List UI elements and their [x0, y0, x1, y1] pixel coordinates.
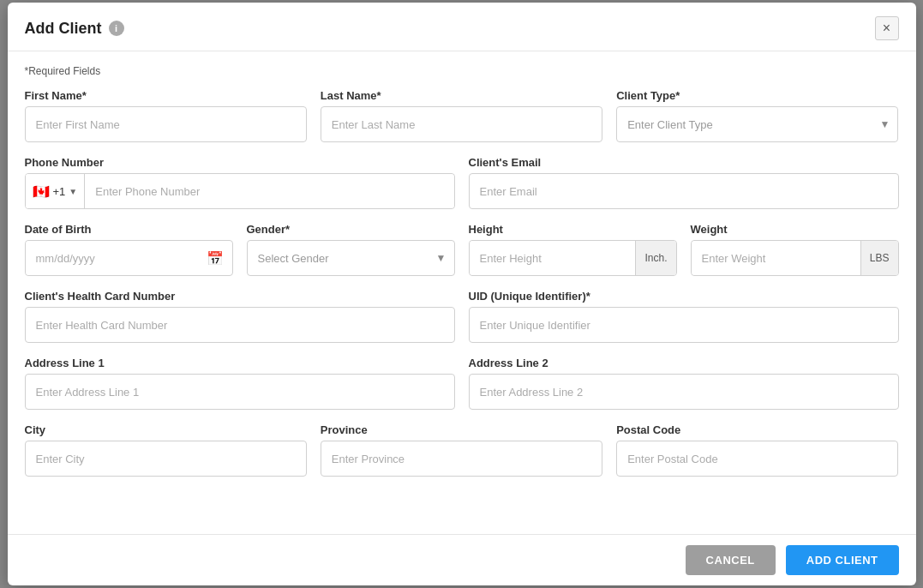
height-group: Height Inch. — [469, 223, 677, 276]
form-row-3: Date of Birth 📅 Gender* Select Gender ▼ — [25, 223, 899, 276]
postal-code-input[interactable] — [616, 441, 898, 477]
client-type-group: Client Type* Enter Client Type ▼ — [616, 89, 898, 142]
form-row-4: Client's Health Card Number UID (Unique … — [25, 290, 899, 343]
email-input[interactable] — [469, 173, 899, 209]
dob-input-group: 📅 — [25, 240, 233, 276]
city-group: City — [25, 423, 307, 477]
last-name-input[interactable] — [321, 106, 602, 142]
client-type-select[interactable]: Enter Client Type — [616, 106, 898, 142]
address2-input[interactable] — [469, 374, 899, 410]
phone-country-code: +1 — [53, 185, 66, 198]
postal-code-group: Postal Code — [616, 423, 898, 477]
dob-group: Date of Birth 📅 — [25, 223, 233, 276]
postal-code-label: Postal Code — [616, 423, 898, 436]
phone-label: Phone Number — [25, 156, 455, 169]
weight-input-group: LBS — [691, 240, 899, 276]
province-input[interactable] — [321, 441, 602, 477]
modal-body: *Required Fields First Name* Last Name* … — [8, 51, 916, 534]
canada-flag-icon: 🇨🇦 — [33, 183, 50, 200]
address1-input[interactable] — [25, 374, 455, 410]
first-name-input[interactable] — [25, 106, 307, 142]
add-client-modal: Add Client i × *Required Fields First Na… — [8, 3, 916, 585]
address1-group: Address Line 1 — [25, 357, 455, 410]
close-button[interactable]: × — [875, 16, 899, 40]
form-row-1: First Name* Last Name* Client Type* Ente… — [25, 89, 899, 142]
gender-select[interactable]: Select Gender — [247, 240, 455, 276]
modal-overlay: Add Client i × *Required Fields First Na… — [0, 0, 923, 588]
first-name-group: First Name* — [25, 89, 307, 142]
weight-group: Weight LBS — [691, 223, 899, 276]
phone-group: Phone Number 🇨🇦 +1 ▼ — [25, 156, 455, 209]
dob-input[interactable] — [26, 241, 198, 275]
phone-input[interactable] — [85, 174, 453, 208]
height-label: Height — [469, 223, 677, 236]
email-group: Client's Email — [469, 156, 899, 209]
uid-label: UID (Unique Identifier)* — [469, 290, 899, 303]
gender-select-wrapper: Select Gender ▼ — [247, 240, 455, 276]
modal-title-text: Add Client — [25, 20, 102, 38]
address2-label: Address Line 2 — [469, 357, 899, 369]
phone-dropdown-arrow-icon: ▼ — [69, 187, 77, 196]
email-label: Client's Email — [469, 156, 899, 169]
uid-input[interactable] — [469, 307, 899, 343]
height-unit-label: Inch. — [635, 241, 675, 275]
address2-group: Address Line 2 — [469, 357, 899, 410]
add-client-button[interactable]: ADD CLIENT — [786, 545, 899, 575]
modal-footer: CANCEL ADD CLIENT — [8, 534, 916, 585]
info-icon[interactable]: i — [109, 21, 124, 36]
client-type-label: Client Type* — [616, 89, 898, 102]
city-input[interactable] — [25, 441, 307, 477]
province-label: Province — [321, 423, 602, 436]
address1-label: Address Line 1 — [25, 357, 455, 369]
weight-input[interactable] — [692, 241, 860, 275]
health-card-input[interactable] — [25, 307, 455, 343]
weight-label: Weight — [691, 223, 899, 236]
required-fields-note: *Required Fields — [25, 65, 899, 77]
health-card-group: Client's Health Card Number — [25, 290, 455, 343]
gender-group: Gender* Select Gender ▼ — [247, 223, 455, 276]
province-group: Province — [321, 423, 602, 477]
form-row-2: Phone Number 🇨🇦 +1 ▼ Client's Email — [25, 156, 899, 209]
phone-input-group: 🇨🇦 +1 ▼ — [25, 173, 455, 209]
form-row-6: City Province Postal Code — [25, 423, 899, 477]
height-input[interactable] — [470, 241, 636, 275]
city-label: City — [25, 423, 307, 436]
last-name-label: Last Name* — [321, 89, 602, 102]
uid-group: UID (Unique Identifier)* — [469, 290, 899, 343]
modal-header: Add Client i × — [8, 3, 916, 51]
client-type-select-wrapper: Enter Client Type ▼ — [616, 106, 898, 142]
health-card-label: Client's Health Card Number — [25, 290, 455, 303]
modal-title: Add Client i — [25, 20, 124, 38]
phone-country-selector[interactable]: 🇨🇦 +1 ▼ — [26, 174, 86, 208]
height-input-group: Inch. — [469, 240, 677, 276]
first-name-label: First Name* — [25, 89, 307, 102]
gender-label: Gender* — [247, 223, 455, 236]
last-name-group: Last Name* — [321, 89, 602, 142]
cancel-button[interactable]: CANCEL — [686, 545, 776, 575]
calendar-icon[interactable]: 📅 — [198, 250, 232, 267]
dob-label: Date of Birth — [25, 223, 233, 236]
form-row-5: Address Line 1 Address Line 2 — [25, 357, 899, 410]
weight-unit-label: LBS — [860, 241, 898, 275]
